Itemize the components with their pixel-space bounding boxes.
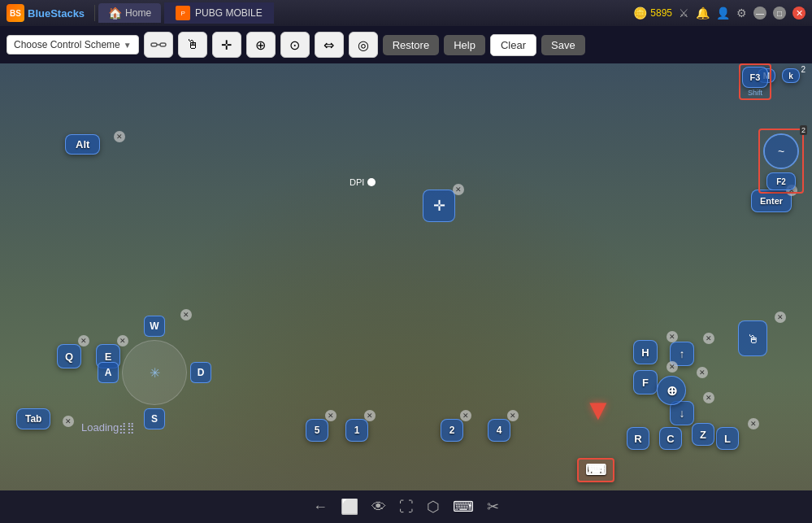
- close-button[interactable]: ✕: [792, 7, 805, 20]
- aim-icon-button[interactable]: ⊙: [280, 32, 310, 58]
- l-key[interactable]: L: [716, 427, 739, 450]
- f2-key[interactable]: F2: [766, 172, 796, 190]
- f2-group: 2 ~ F2: [758, 129, 804, 194]
- alt-close-icon[interactable]: ✕: [114, 131, 125, 142]
- s-key[interactable]: S: [144, 408, 165, 429]
- k2-close-icon[interactable]: ✕: [460, 410, 471, 421]
- q-close-icon[interactable]: ✕: [78, 335, 89, 346]
- title-bar: BS BlueStacks 🏠 Home P PUBG MOBILE 🪙 589…: [0, 0, 812, 26]
- separator: [94, 5, 95, 21]
- maximize-button[interactable]: □: [773, 7, 786, 20]
- svg-rect-0: [151, 43, 157, 46]
- c-key[interactable]: C: [659, 427, 682, 450]
- q-key[interactable]: Q: [57, 344, 81, 368]
- move-arrows-icon-button[interactable]: ✛: [212, 32, 241, 58]
- r-key[interactable]: R: [627, 427, 649, 450]
- back-icon[interactable]: ←: [313, 499, 328, 516]
- k1-close-icon[interactable]: ✕: [364, 410, 376, 421]
- f-close-icon[interactable]: ✕: [667, 361, 678, 373]
- f-key[interactable]: F: [633, 370, 658, 394]
- f3-key[interactable]: F3: [742, 67, 768, 88]
- game-background: Alt ✕ Tab ✕ Q ✕ E ✕ ✳ W A S D ✕ DPI ✛ ✕ …: [0, 63, 812, 523]
- w-key[interactable]: W: [144, 316, 165, 337]
- h-close-icon[interactable]: ✕: [667, 331, 678, 342]
- pan-icon-button[interactable]: ⊕: [246, 32, 276, 58]
- tab-close-icon[interactable]: ✕: [63, 416, 74, 427]
- scissors-icon[interactable]: ✂: [487, 498, 499, 516]
- game-tab[interactable]: P PUBG MOBILE: [164, 2, 274, 24]
- shift-label: Shift: [742, 88, 768, 97]
- restore-button[interactable]: Restore: [383, 35, 440, 55]
- chevron-down-icon: ▼: [124, 41, 132, 50]
- home-icon[interactable]: ⬜: [341, 498, 358, 516]
- dpi-label: DPI: [350, 177, 364, 187]
- k-key[interactable]: k: [782, 68, 800, 83]
- account-icon[interactable]: 👤: [716, 7, 730, 20]
- red-arrow-icon: ▼: [584, 393, 613, 427]
- mouse-close-icon[interactable]: ✕: [775, 312, 786, 323]
- wasd-pad: ✳ W A S D ✕: [122, 340, 187, 405]
- home-tab-label: Home: [125, 7, 151, 19]
- title-right: 🪙 5895 ⚔ 🔔 👤 ⚙ — □ ✕: [633, 7, 812, 20]
- link-icon-button[interactable]: [144, 32, 173, 58]
- mouse-icon-button[interactable]: 🖱: [178, 32, 207, 58]
- bottom-bar: ← ⬜ 👁 ⛶ ⬡ ⌨ ✂: [0, 490, 812, 523]
- h-key[interactable]: H: [633, 340, 658, 364]
- eye-icon[interactable]: 👁: [371, 499, 386, 516]
- tilde-label: ~: [765, 135, 797, 168]
- d-key[interactable]: D: [190, 362, 211, 383]
- settings-icon[interactable]: ⚙: [736, 7, 747, 20]
- app-logo: BS BlueStacks: [0, 4, 91, 22]
- k5-close-icon[interactable]: ✕: [325, 410, 337, 421]
- z-key[interactable]: Z: [692, 423, 714, 446]
- toolbar: Choose Control Scheme ▼ 🖱 ✛ ⊕ ⊙ ⇔ ◎ Rest…: [0, 26, 812, 63]
- tab-key[interactable]: Tab: [16, 408, 50, 429]
- scheme-dropdown[interactable]: Choose Control Scheme ▼: [7, 35, 139, 54]
- coin-area: 🪙 5895: [633, 7, 672, 20]
- move-crosshair-key[interactable]: ✛: [423, 190, 455, 222]
- title-icons: ⚔ 🔔 👤 ⚙: [679, 7, 747, 20]
- home-icon: 🏠: [108, 7, 122, 20]
- dpi-indicator: DPI: [350, 177, 376, 187]
- wasd-asterisk-icon: ✳: [150, 365, 160, 381]
- mouse-right-key[interactable]: 🖱: [738, 320, 767, 356]
- pubg-icon: P: [176, 6, 190, 20]
- target-key[interactable]: ⊕: [657, 376, 686, 405]
- key-5[interactable]: 5: [306, 419, 328, 442]
- move-close-icon[interactable]: ✕: [453, 184, 464, 195]
- swap-icon-button[interactable]: ⇔: [315, 32, 344, 58]
- target-close-icon[interactable]: ✕: [697, 367, 708, 378]
- save-button[interactable]: Save: [541, 35, 585, 55]
- coin-count: 5895: [650, 7, 672, 19]
- clear-button[interactable]: Clear: [490, 34, 536, 56]
- sword-icon[interactable]: ⚔: [679, 7, 689, 20]
- up-close-icon[interactable]: ✕: [703, 333, 714, 344]
- e-close-icon[interactable]: ✕: [117, 335, 128, 346]
- a-key[interactable]: A: [98, 362, 119, 383]
- circle-icon-button[interactable]: ◎: [349, 32, 378, 58]
- minimize-button[interactable]: —: [753, 7, 766, 20]
- top-number-badge: 2: [801, 65, 805, 74]
- help-button[interactable]: Help: [444, 35, 485, 55]
- bluestacks-logo-icon: BS: [7, 4, 24, 22]
- svg-rect-1: [160, 43, 166, 46]
- k4-close-icon[interactable]: ✕: [507, 410, 519, 421]
- app-name: BlueStacks: [28, 7, 85, 20]
- l-close-icon[interactable]: ✕: [748, 418, 759, 429]
- game-tab-label: PUBG MOBILE: [195, 7, 263, 19]
- keyboard-toggle-key[interactable]: ⌨: [577, 458, 614, 482]
- key-4[interactable]: 4: [488, 419, 510, 442]
- home-tab[interactable]: 🏠 Home: [98, 3, 161, 23]
- map-icon[interactable]: ⬡: [427, 498, 440, 516]
- keyboard-icon[interactable]: ⌨: [453, 498, 474, 516]
- key-1[interactable]: 1: [345, 419, 368, 442]
- wasd-center: ✳: [122, 340, 187, 405]
- wasd-close-icon[interactable]: ✕: [180, 309, 192, 320]
- f2-number-badge: 2: [800, 125, 807, 135]
- tilde-circle-key[interactable]: ~: [763, 133, 799, 169]
- expand-icon[interactable]: ⛶: [399, 499, 414, 516]
- alt-key[interactable]: Alt: [65, 134, 100, 155]
- key-2[interactable]: 2: [441, 419, 463, 442]
- down-close-icon[interactable]: ✕: [703, 392, 714, 403]
- bell-icon[interactable]: 🔔: [696, 7, 710, 20]
